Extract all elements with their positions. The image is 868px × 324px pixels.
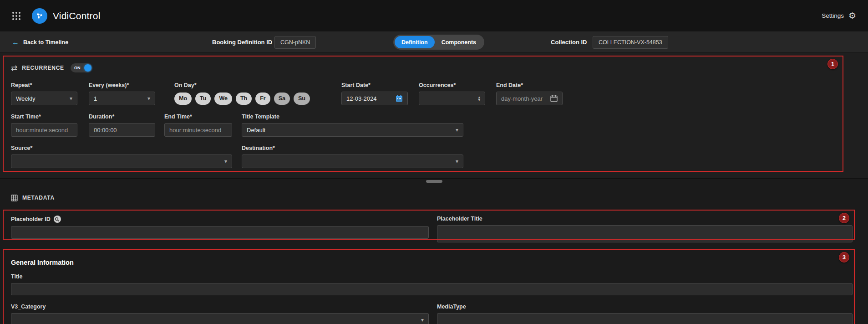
end-time-label: End Time* xyxy=(164,113,232,120)
back-to-timeline-link[interactable]: ← Back to Timeline xyxy=(12,31,68,53)
repeat-label: Repeat* xyxy=(11,82,77,88)
day-pill-th[interactable]: Th xyxy=(236,93,252,105)
recurrence-toggle-state: ON xyxy=(74,66,81,70)
placeholder-title-input[interactable] xyxy=(437,225,853,242)
booking-definition-id-value: CGN-pNKN xyxy=(274,36,316,49)
repeat-value: Weekly xyxy=(16,95,35,102)
recurrence-icon: ⇄ xyxy=(11,64,17,72)
title-field-label: Title xyxy=(11,273,857,280)
every-weeks-value: 1 xyxy=(94,95,97,102)
toolbar: ← Back to Timeline Booking Definition ID… xyxy=(0,31,868,53)
end-date-input[interactable]: day-month-year xyxy=(496,92,563,105)
chevron-down-icon: ▾ xyxy=(456,158,458,165)
back-to-timeline-label: Back to Timeline xyxy=(23,39,68,46)
chevron-down-icon: ▾ xyxy=(421,317,424,323)
collection-id-label: Collection ID xyxy=(551,31,587,53)
settings-label[interactable]: Settings xyxy=(822,12,844,19)
chevron-down-icon: ▾ xyxy=(70,95,72,102)
apps-grid-icon[interactable] xyxy=(12,11,21,21)
calendar-icon[interactable] xyxy=(396,95,403,102)
chevron-down-icon: ▾ xyxy=(224,158,227,165)
placeholder-title-label: Placeholder Title xyxy=(437,216,853,222)
general-information-title: General Information xyxy=(11,259,857,266)
day-pill-group: Mo Tu We Th Fr Sa Su xyxy=(174,92,321,105)
media-type-input[interactable] xyxy=(437,313,853,324)
metadata-section: METADATA Placeholder ID Placeholder Titl… xyxy=(0,185,868,242)
on-day-label: On Day* xyxy=(174,82,321,88)
every-weeks-label: Every (weeks)* xyxy=(89,82,155,88)
chevron-down-icon: ▾ xyxy=(456,127,458,133)
tab-definition[interactable]: Definition xyxy=(395,36,435,48)
end-date-label: End Date* xyxy=(496,82,563,88)
start-time-input[interactable] xyxy=(11,123,77,137)
start-time-label: Start Time* xyxy=(11,113,77,120)
recurrence-title: RECURRENCE xyxy=(22,65,64,71)
start-date-input[interactable]: 12-03-2024 xyxy=(341,92,408,105)
v3-category-select[interactable]: ▾ xyxy=(11,313,429,324)
day-pill-su[interactable]: Su xyxy=(294,93,310,105)
recurrence-toggle[interactable]: ON xyxy=(71,63,92,72)
pane-divider xyxy=(0,178,868,185)
toggle-knob xyxy=(84,64,91,72)
destination-label: Destination* xyxy=(242,145,463,151)
v3-category-label: V3_Category xyxy=(11,303,429,310)
duration-label: Duration* xyxy=(89,113,155,120)
start-date-value: 12-03-2024 xyxy=(346,95,377,102)
calendar-icon[interactable] xyxy=(550,95,558,102)
duration-input[interactable] xyxy=(89,123,155,137)
gear-icon[interactable]: ⚙ xyxy=(848,11,856,20)
recurrence-section: ⇄ RECURRENCE ON Repeat* Weekly ▾ Every (… xyxy=(0,53,868,178)
day-pill-fr[interactable]: Fr xyxy=(255,93,270,105)
title-template-select[interactable]: Default ▾ xyxy=(242,123,463,137)
chevron-down-icon: ▾ xyxy=(147,95,150,102)
app-header: VidiControl Settings ⚙ xyxy=(0,0,868,31)
source-select[interactable]: ▾ xyxy=(11,154,232,168)
app-logo-icon xyxy=(32,8,47,24)
end-time-input[interactable] xyxy=(164,123,232,137)
title-template-label: Title Template xyxy=(242,113,463,120)
tab-components[interactable]: Components xyxy=(435,36,483,48)
day-pill-tu[interactable]: Tu xyxy=(195,93,211,105)
title-template-value: Default xyxy=(247,127,265,134)
title-input[interactable] xyxy=(11,283,853,295)
placeholder-id-label: Placeholder ID xyxy=(11,216,51,222)
metadata-title: METADATA xyxy=(22,195,55,201)
back-arrow-icon: ← xyxy=(12,38,19,46)
placeholder-id-input[interactable] xyxy=(11,226,429,239)
every-weeks-select[interactable]: 1 ▾ xyxy=(89,92,155,105)
occurrences-input[interactable]: ▴ ▾ xyxy=(419,92,485,105)
end-date-placeholder: day-month-year xyxy=(501,95,543,102)
day-pill-sa[interactable]: Sa xyxy=(274,93,290,105)
metadata-grid-icon xyxy=(11,195,18,201)
source-label: Source* xyxy=(11,145,232,151)
stepper-icon[interactable]: ▴ ▾ xyxy=(478,96,480,101)
search-icon[interactable] xyxy=(54,216,61,223)
repeat-select[interactable]: Weekly ▾ xyxy=(11,92,77,105)
booking-definition-id-label: Booking Definition ID xyxy=(212,31,272,53)
occurrences-label: Occurrences* xyxy=(419,82,485,88)
collection-id-value: COLLECTION-VX-54853 xyxy=(593,36,668,49)
resize-drag-handle[interactable] xyxy=(426,180,442,183)
start-date-label: Start Date* xyxy=(341,82,408,88)
view-tabs: Definition Components xyxy=(393,31,484,53)
app-title: VidiControl xyxy=(53,10,101,21)
destination-select[interactable]: ▾ xyxy=(242,154,463,168)
general-information-section: General Information Title V3_Category ▾ … xyxy=(0,242,868,324)
day-pill-mo[interactable]: Mo xyxy=(174,93,192,105)
media-type-label: MediaType xyxy=(437,303,853,310)
day-pill-we[interactable]: We xyxy=(214,93,232,105)
